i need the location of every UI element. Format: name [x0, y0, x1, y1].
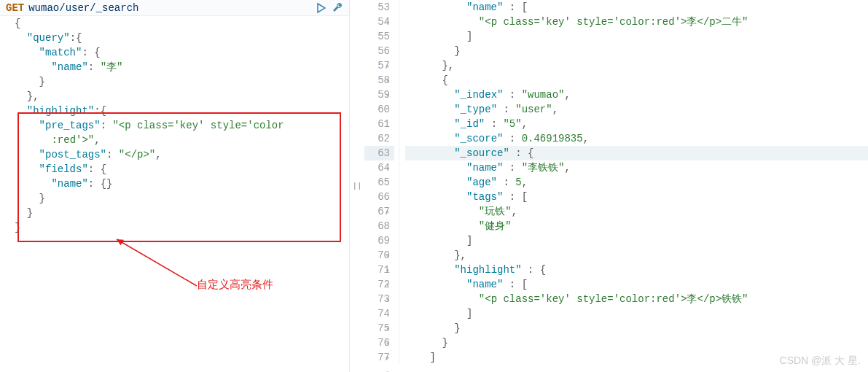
drag-handle-icon[interactable]: ||: [352, 182, 361, 190]
code-line[interactable]: "highlight":{: [15, 104, 349, 118]
code-line[interactable]: }: [15, 74, 349, 89]
annotation-label: 自定义高亮条件: [197, 277, 273, 292]
gutter-line: 68: [364, 219, 394, 233]
code-line[interactable]: "<p class='key' style='color:red'>李</p>铁…: [405, 292, 868, 306]
gutter-line: 72 ▾: [364, 277, 394, 292]
code-line[interactable]: "query":{: [15, 31, 349, 45]
gutter-line: 65: [364, 175, 394, 190]
response-code[interactable]: "name" : [ "<p class='key' style='color:…: [399, 0, 868, 365]
code-line[interactable]: "_source" : {: [405, 146, 868, 160]
code-line[interactable]: },: [15, 89, 349, 104]
gutter-line: 63 ▾: [364, 146, 394, 160]
code-line[interactable]: "name": {}: [15, 177, 349, 191]
code-line[interactable]: },: [405, 248, 868, 263]
code-line[interactable]: "玩铁",: [405, 204, 868, 219]
gutter-line: 58 ▾: [364, 73, 394, 88]
code-line[interactable]: "name": "李": [15, 60, 349, 74]
code-line[interactable]: "_type" : "user",: [405, 102, 868, 117]
request-editor[interactable]: { "query":{ "match": { "name": "李" } }, …: [0, 16, 349, 235]
svg-line-0: [117, 239, 197, 286]
gutter-line: 77 ▾: [364, 350, 394, 365]
request-topbar: GET: [0, 0, 349, 16]
code-line[interactable]: }: [405, 336, 868, 350]
code-line[interactable]: "post_tags": "</p>",: [15, 147, 349, 162]
code-line[interactable]: "<p class='key' style='color:red'>李</p>二…: [405, 15, 868, 29]
gutter-line: 57 ▾: [364, 58, 394, 73]
pane-divider[interactable]: ||: [350, 0, 364, 372]
code-line[interactable]: },: [405, 58, 868, 73]
wrench-icon[interactable]: [332, 2, 343, 14]
code-line[interactable]: ]: [405, 306, 868, 321]
code-line[interactable]: "_index" : "wumao",: [405, 88, 868, 102]
gutter-line: 69 ▾: [364, 233, 394, 248]
code-line[interactable]: "match": {: [15, 45, 349, 60]
gutter-line: 62: [364, 131, 394, 146]
code-line[interactable]: "name" : [: [405, 277, 868, 292]
code-line[interactable]: }: [15, 206, 349, 220]
code-line[interactable]: ]: [405, 29, 868, 44]
code-line[interactable]: "健身": [405, 219, 868, 233]
gutter-line: 75 ▾: [364, 321, 394, 336]
gutter-line: 61: [364, 117, 394, 131]
gutter-line: 64: [364, 160, 394, 175]
code-line[interactable]: "name" : [: [405, 0, 868, 15]
request-pane: GET { "query":{ "match": { "name": "李" }…: [0, 0, 350, 372]
gutter-line: 54: [364, 15, 394, 29]
play-icon[interactable]: [316, 2, 327, 14]
gutter-line: 66 ▾: [364, 190, 394, 204]
watermark: CSDN @派 大 星.: [780, 354, 861, 368]
code-line[interactable]: :red'>",: [15, 133, 349, 147]
request-code[interactable]: { "query":{ "match": { "name": "李" } }, …: [0, 16, 349, 235]
gutter-line: 60: [364, 102, 394, 117]
gutter-line: 56 ▾: [364, 44, 394, 58]
code-line[interactable]: }: [15, 191, 349, 206]
request-path-input[interactable]: [28, 2, 316, 14]
code-line[interactable]: "age" : 5,: [405, 175, 868, 190]
gutter-line: 71 ▾: [364, 263, 394, 277]
gutter-line: 70 ▾: [364, 248, 394, 263]
gutter-line: 53 ▾: [364, 0, 394, 15]
code-line[interactable]: "_score" : 0.46919835,: [405, 131, 868, 146]
code-line[interactable]: "_id" : "5",: [405, 117, 868, 131]
code-line[interactable]: "highlight" : {: [405, 263, 868, 277]
code-line[interactable]: "pre_tags": "<p class='key' style='color: [15, 118, 349, 133]
gutter-line: 76 ▾: [364, 336, 394, 350]
gutter-line: 73: [364, 292, 394, 306]
response-gutter: 53 ▾545556 ▾57 ▾58 ▾5960616263 ▾646566 ▾…: [364, 0, 399, 365]
code-line[interactable]: }: [15, 220, 349, 235]
code-line[interactable]: }: [405, 44, 868, 58]
http-method: GET: [6, 2, 24, 14]
gutter-line: 59: [364, 88, 394, 102]
gutter-line: 67: [364, 204, 394, 219]
code-line[interactable]: "fields": {: [15, 162, 349, 177]
code-line[interactable]: {: [405, 73, 868, 88]
code-line[interactable]: ]: [405, 233, 868, 248]
response-pane: 53 ▾545556 ▾57 ▾58 ▾5960616263 ▾646566 ▾…: [364, 0, 868, 372]
code-line[interactable]: "tags" : [: [405, 190, 868, 204]
code-line[interactable]: {: [15, 16, 349, 31]
code-line[interactable]: }: [405, 321, 868, 336]
response-viewer[interactable]: 53 ▾545556 ▾57 ▾58 ▾5960616263 ▾646566 ▾…: [364, 0, 868, 365]
gutter-line: 55: [364, 29, 394, 44]
request-actions: [316, 2, 343, 14]
code-line[interactable]: "name" : "李铁铁",: [405, 160, 868, 175]
gutter-line: 74 ▾: [364, 306, 394, 321]
